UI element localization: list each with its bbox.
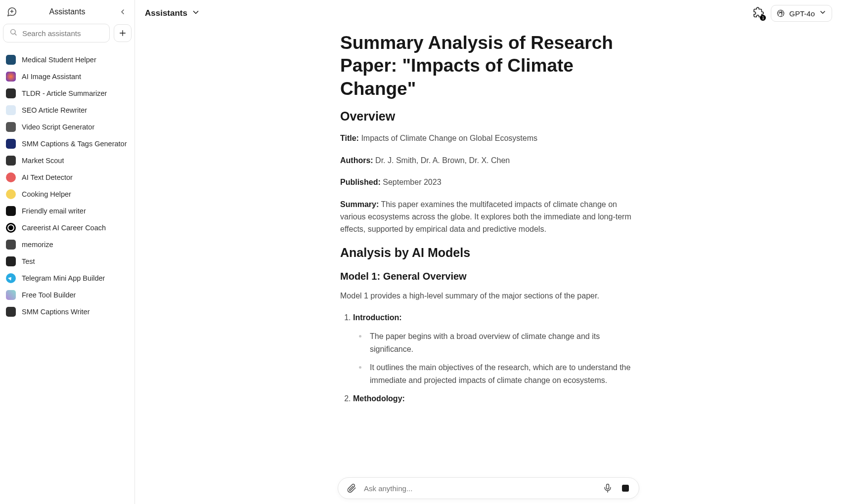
assistant-avatar-icon [6,122,16,132]
sublist: The paper begins with a broad overview o… [353,330,637,386]
assistant-avatar-icon [6,105,16,115]
field-label: Title: [340,134,359,142]
search-row [0,24,134,47]
sidebar-item-label: Telegram Mini App Builder [22,274,105,282]
sidebar-item-careerist-ai-career-coach[interactable]: Careerist AI Career Coach [3,219,132,236]
sidebar-item-memorize[interactable]: memorize [3,236,132,253]
sidebar-item-label: Careerist AI Career Coach [22,224,106,232]
assistant-avatar-icon [6,139,16,149]
field-label: Published: [340,178,381,186]
conversation-dropdown[interactable]: Assistants [145,8,200,19]
sidebar-item-label: SMM Captions Writer [22,308,90,316]
conversation-title: Assistants [145,8,187,18]
topbar: Assistants 1 GPT-4o [135,0,842,27]
sidebar-item-test[interactable]: Test [3,253,132,270]
extensions-button[interactable]: 1 [752,7,765,20]
search-input[interactable] [22,29,103,38]
list-item-title: Introduction: [353,313,402,322]
assistant-avatar-icon [6,88,16,98]
overview-title-row: Title: Impacts of Climate Change on Glob… [340,132,637,145]
chat-input[interactable] [364,484,595,493]
overview-heading: Overview [340,109,637,124]
doc-title: Summary Analysis of Research Paper: "Imp… [340,32,637,100]
collapse-sidebar-icon[interactable] [117,6,129,18]
assistant-avatar-icon [6,55,16,65]
field-value: September 2023 [381,178,442,186]
sidebar-item-label: Friendly email writer [22,207,86,215]
sidebar-item-friendly-email-writer[interactable]: Friendly email writer [3,203,132,219]
sidebar-item-ai-image-assistant[interactable]: AI Image Assistant [3,68,132,85]
assistant-avatar-icon [6,206,16,216]
message-content: Summary Analysis of Research Paper: "Imp… [340,27,637,405]
list-item: Methodology: [353,393,637,405]
list-item: Introduction: The paper begins with a br… [353,312,637,386]
list-item-title: Methodology: [353,394,405,403]
sidebar-item-ai-text-detector[interactable]: AI Text Detector [3,169,132,186]
field-label: Authors: [340,156,373,165]
sidebar-item-label: Market Scout [22,157,64,165]
chevron-down-icon [191,8,200,19]
assistant-list: Medical Student Helper AI Image Assistan… [0,47,134,500]
sidebar-item-label: memorize [22,241,53,249]
mic-button[interactable] [602,483,613,494]
sidebar-item-label: Free Tool Builder [22,291,76,299]
overview-summary-row: Summary: This paper examines the multifa… [340,199,637,235]
sidebar-item-cooking-helper[interactable]: Cooking Helper [3,186,132,203]
main: Assistants 1 GPT-4o Summary Analysis of … [135,0,842,504]
assistant-avatar-icon [6,223,16,233]
svg-line-3 [15,34,16,35]
search-box[interactable] [3,24,110,42]
model1-intro: Model 1 provides a high-level summary of… [340,290,637,302]
sidebar-item-smm-captions-tags-generator[interactable]: SMM Captions & Tags Generator [3,135,132,152]
sidebar-item-label: Medical Student Helper [22,56,96,64]
model-label: GPT-4o [789,9,815,18]
analysis-heading: Analysis by AI Models [340,246,637,260]
openai-icon [776,9,785,18]
bullet-item: It outlines the main objectives of the r… [368,361,637,386]
assistant-avatar-icon [6,290,16,300]
sidebar-item-telegram-mini-app-builder[interactable]: Telegram Mini App Builder [3,270,132,287]
model-selector[interactable]: GPT-4o [771,5,832,22]
attach-button[interactable] [346,483,357,494]
model1-heading: Model 1: General Overview [340,271,637,282]
sidebar-item-seo-article-rewriter[interactable]: SEO Article Rewriter [3,102,132,119]
stop-button[interactable] [620,483,631,494]
field-value: Dr. J. Smith, Dr. A. Brown, Dr. X. Chen [373,156,510,165]
new-chat-icon[interactable] [6,6,18,18]
sidebar-item-label: TLDR - Article Summarizer [22,89,107,97]
sidebar-item-free-tool-builder[interactable]: Free Tool Builder [3,287,132,303]
sidebar-item-label: SMM Captions & Tags Generator [22,140,127,148]
assistant-avatar-icon [6,156,16,166]
sidebar-item-label: Cooking Helper [22,190,71,198]
chevron-down-icon [819,8,827,18]
stop-icon [622,485,629,492]
sidebar-item-label: Test [22,257,35,265]
sidebar-header: Assistants [0,4,134,24]
assistant-avatar-icon [6,240,16,250]
sidebar-item-smm-captions-writer[interactable]: SMM Captions Writer [3,303,132,320]
chat-input-bar [338,477,639,499]
model1-sections-list: Introduction: The paper begins with a br… [340,312,637,405]
sidebar-title: Assistants [22,7,113,16]
sidebar-item-label: AI Text Detector [22,173,73,181]
sidebar-item-label: Video Script Generator [22,123,94,131]
content-scroll[interactable]: Summary Analysis of Research Paper: "Imp… [135,27,842,504]
field-value: This paper examines the multifaceted imp… [340,200,631,233]
sidebar-item-video-script-generator[interactable]: Video Script Generator [3,119,132,135]
assistant-avatar-icon [6,307,16,317]
assistant-avatar-icon [6,72,16,82]
sidebar-item-market-scout[interactable]: Market Scout [3,152,132,169]
assistant-avatar-icon [6,189,16,199]
field-value: Impacts of Climate Change on Global Ecos… [359,134,537,142]
sidebar-item-tldr-article-summarizer[interactable]: TLDR - Article Summarizer [3,85,132,102]
sidebar-item-label: SEO Article Rewriter [22,106,87,114]
sidebar-item-label: AI Image Assistant [22,73,81,81]
svg-rect-7 [607,484,609,489]
add-assistant-button[interactable] [114,24,132,42]
extensions-badge: 1 [760,15,766,21]
assistant-avatar-icon [6,172,16,182]
assistant-avatar-icon [6,273,16,283]
sidebar-item-medical-student-helper[interactable]: Medical Student Helper [3,51,132,68]
overview-published-row: Published: September 2023 [340,176,637,189]
sidebar: Assistants Medical Student Helper AI Ima… [0,0,135,504]
